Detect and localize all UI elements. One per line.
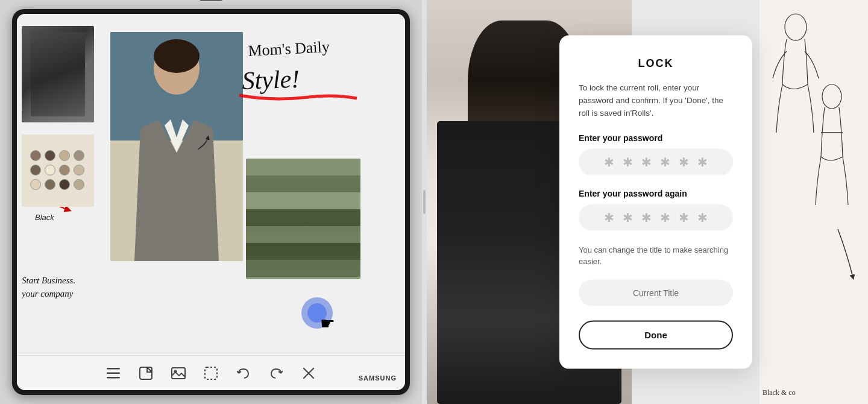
close-icon[interactable] (301, 365, 316, 381)
man-figure-svg (110, 32, 243, 261)
pwd-dot-3: ✱ (641, 156, 652, 168)
menu-icon[interactable] (105, 365, 121, 381)
svg-rect-11 (140, 367, 152, 379)
pwd-dot-4: ✱ (660, 156, 670, 168)
undo-icon[interactable] (236, 365, 251, 381)
hand-cursor-icon: ☛ (320, 314, 335, 333)
pwd2-dot-3: ✱ (641, 211, 652, 223)
handwriting-title: Mom's Daily Style! (236, 32, 369, 110)
pwd-dot-2: ✱ (623, 156, 633, 168)
pwd-dot-6: ✱ (697, 156, 708, 168)
svg-rect-9 (107, 372, 120, 374)
sketch-svg: Black & co (760, 0, 868, 404)
svg-rect-10 (107, 377, 120, 379)
password-again-label: Enter your password again (579, 188, 733, 198)
current-title-input[interactable]: Current Title (579, 279, 733, 306)
password-label: Enter your password (579, 133, 733, 142)
right-panel: Black & co LOCK To lock the current roll… (427, 0, 868, 404)
pwd-dot-1: ✱ (604, 156, 614, 168)
svg-rect-8 (107, 368, 120, 370)
svg-point-18 (822, 84, 841, 109)
svg-text:Style!: Style! (242, 65, 300, 95)
pwd2-dot-1: ✱ (604, 211, 614, 223)
pwd2-dot-6: ✱ (697, 211, 708, 223)
svg-text:Mom's Daily: Mom's Daily (248, 38, 330, 60)
divider-handle (423, 190, 426, 214)
canvas-area[interactable]: Black (17, 14, 405, 354)
pwd2-dot-5: ✱ (679, 211, 689, 223)
password-again-input[interactable]: ✱ ✱ ✱ ✱ ✱ ✱ (579, 204, 733, 230)
image-icon[interactable] (171, 365, 186, 381)
fabric-image (246, 159, 360, 279)
bottom-toolbar: SAMSUNG (17, 355, 405, 390)
done-button[interactable]: Done (579, 320, 733, 349)
buttons-image (22, 134, 94, 207)
pwd2-dot-4: ✱ (660, 211, 670, 223)
svg-text:Start Business.: Start Business. (22, 276, 75, 285)
samsung-logo: SAMSUNG (359, 374, 397, 382)
hint-text: You can change the title to make searchi… (579, 244, 733, 267)
fashion-sketch-bg: Black & co (760, 0, 868, 404)
black-annotation: Black (35, 213, 54, 222)
touch-cursor: ☛ (301, 297, 333, 329)
pwd-dot-5: ✱ (679, 156, 689, 168)
svg-point-3 (154, 39, 200, 73)
left-panel: Black (0, 0, 422, 404)
current-title-text: Current Title (633, 288, 679, 297)
modal-title: LOCK (579, 57, 733, 70)
done-button-label: Done (644, 330, 667, 340)
pwd2-dot-2: ✱ (623, 211, 633, 223)
sticky-note-icon[interactable] (138, 365, 154, 381)
tablet-screen: Black (17, 14, 405, 390)
tablet-frame: Black (12, 9, 410, 395)
start-business-annotation: Start Business. your company (22, 270, 118, 306)
suit-image (22, 26, 94, 122)
title-svg: Mom's Daily Style! (236, 32, 369, 110)
selection-icon[interactable] (203, 365, 219, 381)
svg-point-17 (785, 14, 807, 40)
man-photo (110, 32, 243, 261)
svg-text:your company: your company (22, 289, 74, 298)
svg-rect-14 (205, 367, 217, 379)
tablet-top-bar (199, 0, 223, 1)
redo-icon[interactable] (268, 365, 284, 381)
svg-text:Black & co: Black & co (763, 388, 796, 397)
modal-description: To lock the current roll, enter your pas… (579, 82, 733, 120)
lock-modal: LOCK To lock the current roll, enter you… (559, 36, 752, 369)
panel-divider (422, 0, 427, 404)
password-input[interactable]: ✱ ✱ ✱ ✱ ✱ ✱ (579, 148, 733, 175)
